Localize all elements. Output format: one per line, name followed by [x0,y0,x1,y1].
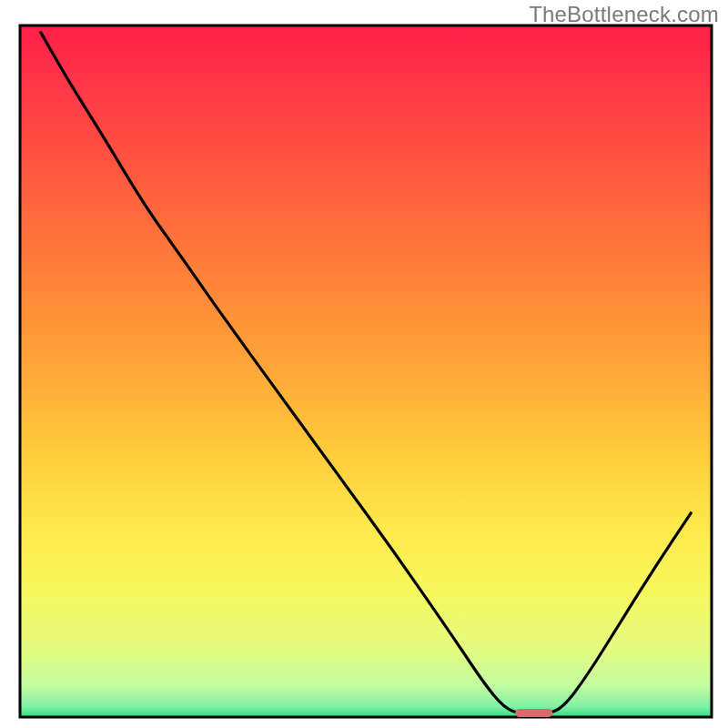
chart-frame: TheBottleneck.com [0,0,728,728]
optimal-marker [515,709,552,717]
bottleneck-curve-chart [0,0,728,728]
plot-background [20,25,712,717]
watermark-text: TheBottleneck.com [529,2,719,27]
